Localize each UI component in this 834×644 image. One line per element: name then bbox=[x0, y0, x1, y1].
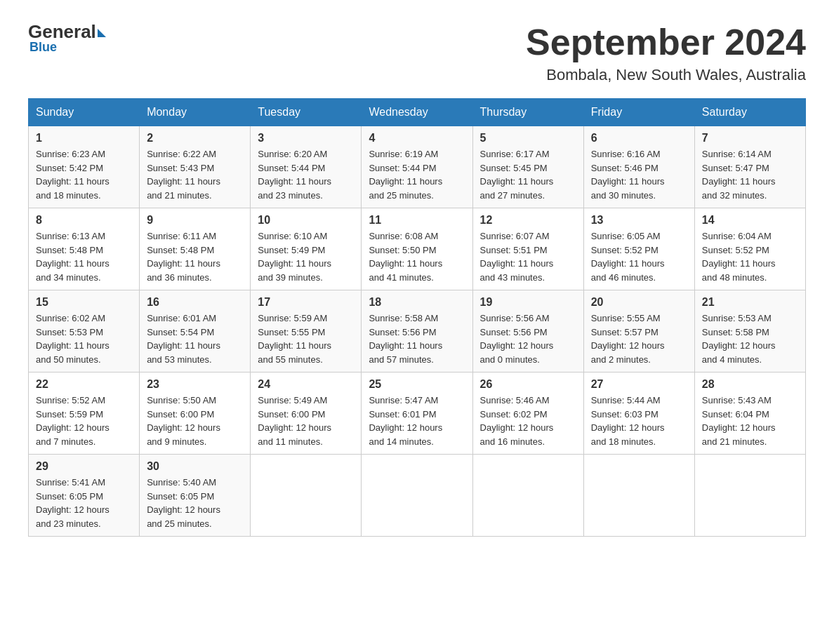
table-row: 1Sunrise: 6:23 AMSunset: 5:42 PMDaylight… bbox=[29, 126, 140, 208]
day-info: Sunrise: 6:17 AMSunset: 5:45 PMDaylight:… bbox=[480, 147, 576, 202]
day-number: 19 bbox=[480, 296, 576, 309]
logo-triangle-icon bbox=[98, 29, 106, 37]
table-row bbox=[251, 455, 362, 537]
day-info: Sunrise: 6:01 AMSunset: 5:54 PMDaylight:… bbox=[147, 311, 243, 366]
day-number: 28 bbox=[702, 378, 798, 391]
table-row: 20Sunrise: 5:55 AMSunset: 5:57 PMDayligh… bbox=[583, 290, 694, 373]
day-number: 16 bbox=[147, 296, 243, 309]
day-info: Sunrise: 6:19 AMSunset: 5:44 PMDaylight:… bbox=[369, 147, 465, 202]
day-info: Sunrise: 6:04 AMSunset: 5:52 PMDaylight:… bbox=[702, 229, 798, 284]
table-row: 18Sunrise: 5:58 AMSunset: 5:56 PMDayligh… bbox=[362, 290, 472, 373]
day-number: 29 bbox=[36, 460, 132, 473]
day-number: 1 bbox=[36, 132, 132, 145]
day-number: 26 bbox=[480, 378, 576, 391]
table-row bbox=[472, 455, 583, 537]
day-info: Sunrise: 5:52 AMSunset: 5:59 PMDaylight:… bbox=[36, 394, 132, 448]
table-row: 17Sunrise: 5:59 AMSunset: 5:55 PMDayligh… bbox=[251, 290, 362, 373]
header-wednesday: Wednesday bbox=[362, 99, 472, 126]
day-info: Sunrise: 5:43 AMSunset: 6:04 PMDaylight:… bbox=[702, 394, 798, 448]
day-info: Sunrise: 5:44 AMSunset: 6:03 PMDaylight:… bbox=[591, 394, 687, 448]
calendar-header-row: Sunday Monday Tuesday Wednesday Thursday… bbox=[29, 99, 806, 126]
header-tuesday: Tuesday bbox=[251, 99, 362, 126]
day-info: Sunrise: 5:49 AMSunset: 6:00 PMDaylight:… bbox=[258, 394, 354, 448]
day-number: 4 bbox=[369, 132, 465, 145]
day-info: Sunrise: 5:46 AMSunset: 6:02 PMDaylight:… bbox=[480, 394, 576, 448]
day-info: Sunrise: 6:23 AMSunset: 5:42 PMDaylight:… bbox=[36, 147, 132, 202]
logo-blue-text: Blue bbox=[29, 40, 57, 55]
day-info: Sunrise: 6:02 AMSunset: 5:53 PMDaylight:… bbox=[36, 311, 132, 366]
calendar-week-row: 1Sunrise: 6:23 AMSunset: 5:42 PMDaylight… bbox=[29, 126, 806, 208]
table-row: 12Sunrise: 6:07 AMSunset: 5:51 PMDayligh… bbox=[472, 208, 583, 290]
day-info: Sunrise: 5:53 AMSunset: 5:58 PMDaylight:… bbox=[702, 311, 798, 366]
calendar-table: Sunday Monday Tuesday Wednesday Thursday… bbox=[28, 98, 806, 537]
day-info: Sunrise: 5:40 AMSunset: 6:05 PMDaylight:… bbox=[147, 476, 243, 530]
day-number: 22 bbox=[36, 378, 132, 391]
day-info: Sunrise: 6:07 AMSunset: 5:51 PMDaylight:… bbox=[480, 229, 576, 284]
page-header: General Blue September 2024 Bombala, New… bbox=[28, 21, 806, 84]
table-row: 3Sunrise: 6:20 AMSunset: 5:44 PMDaylight… bbox=[251, 126, 362, 208]
table-row: 11Sunrise: 6:08 AMSunset: 5:50 PMDayligh… bbox=[362, 208, 472, 290]
day-info: Sunrise: 6:11 AMSunset: 5:48 PMDaylight:… bbox=[147, 229, 243, 284]
day-number: 8 bbox=[36, 214, 132, 227]
day-info: Sunrise: 6:20 AMSunset: 5:44 PMDaylight:… bbox=[258, 147, 354, 202]
header-saturday: Saturday bbox=[694, 99, 805, 126]
calendar-week-row: 29Sunrise: 5:41 AMSunset: 6:05 PMDayligh… bbox=[29, 455, 806, 537]
day-number: 13 bbox=[591, 214, 687, 227]
day-number: 27 bbox=[591, 378, 687, 391]
table-row bbox=[694, 455, 805, 537]
table-row: 28Sunrise: 5:43 AMSunset: 6:04 PMDayligh… bbox=[694, 373, 805, 455]
day-info: Sunrise: 6:13 AMSunset: 5:48 PMDaylight:… bbox=[36, 229, 132, 284]
header-monday: Monday bbox=[140, 99, 251, 126]
table-row: 15Sunrise: 6:02 AMSunset: 5:53 PMDayligh… bbox=[29, 290, 140, 373]
day-info: Sunrise: 6:10 AMSunset: 5:49 PMDaylight:… bbox=[258, 229, 354, 284]
day-number: 17 bbox=[258, 296, 354, 309]
table-row: 16Sunrise: 6:01 AMSunset: 5:54 PMDayligh… bbox=[140, 290, 251, 373]
table-row: 26Sunrise: 5:46 AMSunset: 6:02 PMDayligh… bbox=[472, 373, 583, 455]
header-sunday: Sunday bbox=[29, 99, 140, 126]
day-number: 20 bbox=[591, 296, 687, 309]
day-info: Sunrise: 5:41 AMSunset: 6:05 PMDaylight:… bbox=[36, 476, 132, 530]
day-number: 2 bbox=[147, 132, 243, 145]
day-info: Sunrise: 6:16 AMSunset: 5:46 PMDaylight:… bbox=[591, 147, 687, 202]
day-info: Sunrise: 6:14 AMSunset: 5:47 PMDaylight:… bbox=[702, 147, 798, 202]
day-info: Sunrise: 5:50 AMSunset: 6:00 PMDaylight:… bbox=[147, 394, 243, 448]
table-row: 29Sunrise: 5:41 AMSunset: 6:05 PMDayligh… bbox=[29, 455, 140, 537]
day-info: Sunrise: 5:59 AMSunset: 5:55 PMDaylight:… bbox=[258, 311, 354, 366]
day-info: Sunrise: 5:58 AMSunset: 5:56 PMDaylight:… bbox=[369, 311, 465, 366]
table-row: 23Sunrise: 5:50 AMSunset: 6:00 PMDayligh… bbox=[140, 373, 251, 455]
table-row: 10Sunrise: 6:10 AMSunset: 5:49 PMDayligh… bbox=[251, 208, 362, 290]
table-row: 8Sunrise: 6:13 AMSunset: 5:48 PMDaylight… bbox=[29, 208, 140, 290]
day-info: Sunrise: 5:55 AMSunset: 5:57 PMDaylight:… bbox=[591, 311, 687, 366]
calendar-subtitle: Bombala, New South Wales, Australia bbox=[526, 66, 806, 84]
day-info: Sunrise: 5:56 AMSunset: 5:56 PMDaylight:… bbox=[480, 311, 576, 366]
day-number: 5 bbox=[480, 132, 576, 145]
day-number: 12 bbox=[480, 214, 576, 227]
table-row: 5Sunrise: 6:17 AMSunset: 5:45 PMDaylight… bbox=[472, 126, 583, 208]
table-row: 6Sunrise: 6:16 AMSunset: 5:46 PMDaylight… bbox=[583, 126, 694, 208]
calendar-title: September 2024 bbox=[526, 21, 806, 63]
day-info: Sunrise: 6:22 AMSunset: 5:43 PMDaylight:… bbox=[147, 147, 243, 202]
calendar-week-row: 15Sunrise: 6:02 AMSunset: 5:53 PMDayligh… bbox=[29, 290, 806, 373]
calendar-week-row: 8Sunrise: 6:13 AMSunset: 5:48 PMDaylight… bbox=[29, 208, 806, 290]
day-number: 21 bbox=[702, 296, 798, 309]
table-row: 22Sunrise: 5:52 AMSunset: 5:59 PMDayligh… bbox=[29, 373, 140, 455]
table-row bbox=[583, 455, 694, 537]
day-number: 3 bbox=[258, 132, 354, 145]
table-row: 4Sunrise: 6:19 AMSunset: 5:44 PMDaylight… bbox=[362, 126, 472, 208]
logo: General Blue bbox=[28, 21, 106, 55]
table-row: 21Sunrise: 5:53 AMSunset: 5:58 PMDayligh… bbox=[694, 290, 805, 373]
day-number: 11 bbox=[369, 214, 465, 227]
table-row bbox=[362, 455, 472, 537]
table-row: 27Sunrise: 5:44 AMSunset: 6:03 PMDayligh… bbox=[583, 373, 694, 455]
day-number: 24 bbox=[258, 378, 354, 391]
day-number: 30 bbox=[147, 460, 243, 473]
day-info: Sunrise: 5:47 AMSunset: 6:01 PMDaylight:… bbox=[369, 394, 465, 448]
table-row: 19Sunrise: 5:56 AMSunset: 5:56 PMDayligh… bbox=[472, 290, 583, 373]
table-row: 14Sunrise: 6:04 AMSunset: 5:52 PMDayligh… bbox=[694, 208, 805, 290]
day-info: Sunrise: 6:08 AMSunset: 5:50 PMDaylight:… bbox=[369, 229, 465, 284]
calendar-week-row: 22Sunrise: 5:52 AMSunset: 5:59 PMDayligh… bbox=[29, 373, 806, 455]
table-row: 24Sunrise: 5:49 AMSunset: 6:00 PMDayligh… bbox=[251, 373, 362, 455]
table-row: 2Sunrise: 6:22 AMSunset: 5:43 PMDaylight… bbox=[140, 126, 251, 208]
day-number: 25 bbox=[369, 378, 465, 391]
day-number: 23 bbox=[147, 378, 243, 391]
